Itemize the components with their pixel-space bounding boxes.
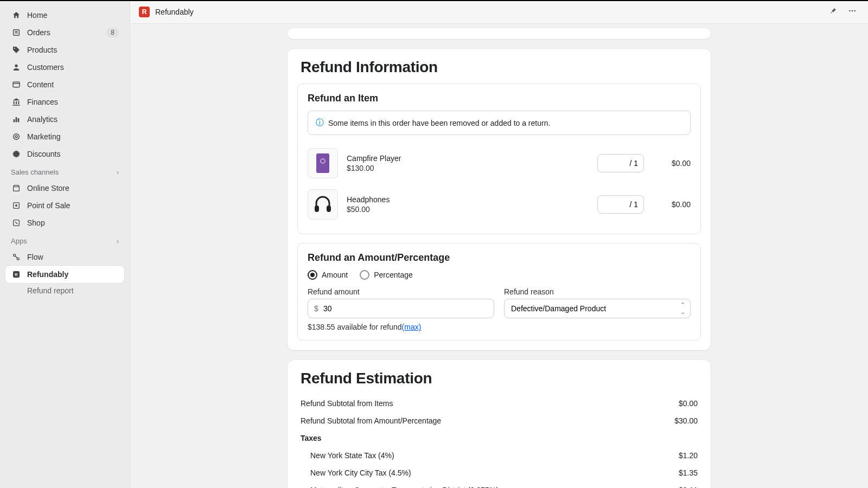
person-icon	[11, 62, 22, 73]
pos-icon	[11, 200, 22, 211]
store-icon	[11, 183, 22, 194]
radio-icon	[308, 270, 317, 280]
nav-analytics[interactable]: Analytics	[5, 111, 124, 128]
radio-percentage[interactable]: Percentage	[360, 270, 413, 280]
nav-shop[interactable]: Shop	[5, 214, 124, 232]
content-scroll[interactable]: Refund Information Refund an Item ⓘ Some…	[130, 24, 868, 488]
info-banner: ⓘ Some items in this order have been rem…	[308, 111, 691, 135]
refund-amount-label: Refund amount	[308, 287, 494, 296]
refund-reason-select[interactable]: Defective/Damaged Product	[504, 299, 691, 318]
item-row: Headphones $50.00 $0.00	[308, 184, 691, 225]
info-banner-text: Some items in this order have been remov…	[328, 119, 550, 127]
item-line-total: $0.00	[653, 200, 691, 209]
item-thumbnail	[308, 148, 338, 178]
refund-amount-input[interactable]	[308, 299, 494, 318]
refund-reason-label: Refund reason	[504, 287, 691, 296]
shop-icon	[11, 217, 22, 228]
est-row-subtotal-amount: Refund Subtotal from Amount/Percentage $…	[301, 412, 698, 429]
refund-info-title: Refund Information	[301, 59, 698, 76]
content-icon	[11, 79, 22, 90]
sidebar: Home Orders 8 Products Customers Content…	[0, 0, 130, 488]
nav-label: Shop	[27, 219, 119, 227]
nav-label: Refund report	[27, 286, 119, 295]
nav-label: Flow	[27, 253, 119, 261]
nav-label: Point of Sale	[27, 201, 119, 210]
main-area: R Refundably Refund Information Refund a…	[130, 0, 868, 488]
item-price: $50.00	[347, 205, 589, 214]
nav-label: Analytics	[27, 115, 119, 124]
svg-rect-3	[13, 82, 20, 87]
nav-label: Orders	[27, 28, 106, 37]
taxes-header: Taxes	[301, 429, 698, 447]
item-row: Campfire Player $130.00 $0.00	[308, 143, 691, 184]
topbar: R Refundably	[130, 0, 868, 24]
nav-flow[interactable]: Flow	[5, 248, 124, 266]
nav-label: Discounts	[27, 150, 119, 158]
svg-rect-9	[14, 187, 20, 191]
svg-text:R: R	[15, 272, 18, 277]
chevron-right-icon: ›	[117, 168, 119, 176]
est-row-tax: New York State Tax (4%) $1.20	[301, 447, 698, 464]
item-name: Headphones	[347, 195, 589, 204]
nav-refund-report[interactable]: Refund report	[5, 283, 124, 298]
sales-channels-header[interactable]: Sales channels ›	[5, 163, 124, 179]
helper-available: $138.55 available for refund	[308, 323, 402, 331]
svg-point-19	[854, 10, 856, 12]
tag-icon	[11, 44, 22, 55]
nav-products[interactable]: Products	[5, 41, 124, 59]
radio-icon	[360, 270, 369, 280]
card-top-cut	[288, 28, 711, 39]
item-line-total: $0.00	[653, 159, 691, 168]
chevron-right-icon: ›	[117, 237, 119, 245]
currency-prefix: $	[314, 304, 318, 313]
radio-label: Amount	[322, 271, 348, 279]
orders-icon	[11, 27, 22, 38]
svg-point-11	[16, 205, 17, 207]
refund-amount-panel: Refund an Amount/Percentage Amount Perce…	[297, 243, 701, 341]
refund-amount-title: Refund an Amount/Percentage	[308, 252, 691, 264]
orders-badge: 8	[106, 28, 119, 37]
home-icon	[11, 10, 22, 21]
nav-label: Products	[27, 46, 119, 54]
est-row-tax: New York City City Tax (4.5%) $1.35	[301, 464, 698, 481]
nav-home[interactable]: Home	[5, 7, 124, 24]
sales-channels-label: Sales channels	[11, 168, 59, 176]
apps-header[interactable]: Apps ›	[5, 232, 124, 248]
nav-label: Content	[27, 80, 119, 89]
svg-point-2	[15, 65, 17, 67]
svg-rect-6	[18, 118, 20, 122]
refund-est-title: Refund Estimation	[301, 370, 698, 387]
nav-content[interactable]: Content	[5, 76, 124, 93]
item-thumbnail	[308, 189, 338, 220]
item-qty-input[interactable]	[597, 195, 644, 214]
bars-icon	[11, 114, 22, 125]
svg-point-17	[849, 10, 851, 12]
target-icon	[11, 131, 22, 142]
nav-label: Online Store	[27, 184, 119, 192]
svg-rect-5	[16, 117, 17, 122]
max-link[interactable]: (max)	[402, 323, 422, 331]
svg-rect-23	[327, 206, 331, 212]
nav-marketing[interactable]: Marketing	[5, 128, 124, 145]
nav-finances[interactable]: Finances	[5, 93, 124, 111]
pin-icon[interactable]	[827, 4, 840, 19]
svg-point-8	[15, 136, 17, 138]
nav-discounts[interactable]: Discounts	[5, 145, 124, 163]
nav-label: Finances	[27, 98, 119, 106]
est-row-subtotal-items: Refund Subtotal from Items $0.00	[301, 395, 698, 412]
item-qty-input[interactable]	[597, 154, 644, 172]
nav-refundably[interactable]: R Refundably	[5, 266, 124, 283]
nav-orders[interactable]: Orders 8	[5, 24, 124, 41]
nav-online-store[interactable]: Online Store	[5, 179, 124, 197]
refund-item-title: Refund an Item	[308, 93, 691, 104]
nav-pos[interactable]: Point of Sale	[5, 197, 124, 214]
nav-label: Customers	[27, 63, 119, 72]
apps-label: Apps	[11, 237, 27, 245]
app-title: Refundably	[155, 8, 194, 16]
more-icon[interactable]	[845, 4, 859, 19]
nav-customers[interactable]: Customers	[5, 59, 124, 76]
app-icon: R	[139, 7, 150, 17]
radio-amount[interactable]: Amount	[308, 270, 348, 280]
info-icon: ⓘ	[316, 118, 324, 128]
nav-label: Home	[27, 11, 119, 20]
